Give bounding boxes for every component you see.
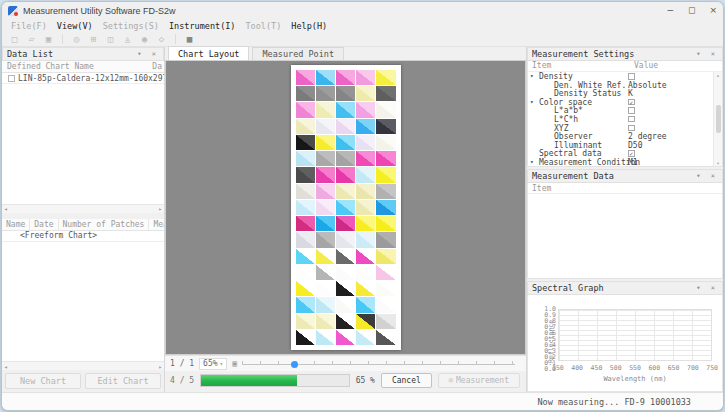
menu-help[interactable]: Help(H) [286,21,332,31]
slider-thumb[interactable] [291,361,298,368]
settings-row[interactable]: XYZ [528,124,713,133]
settings-checkbox[interactable]: ✓ [628,99,635,106]
measurement-view-icon[interactable]: ▦ [183,33,196,45]
color-patch [356,265,375,280]
chevron-down-icon[interactable]: ▾ [530,158,534,165]
chart-list-column-header: Name Date Number of Patches Mea [2,219,164,231]
slider-track [242,364,515,365]
tab-chart-layout[interactable]: Chart Layout [168,46,249,60]
minimize-icon[interactable]: − [666,5,674,16]
scroll-right-icon[interactable]: ▸ [158,363,162,370]
color-patch [316,102,335,117]
column-value: Value [634,61,722,71]
settings-icon[interactable]: ⊞ [87,33,100,45]
menu-instrument[interactable]: Instrument(I) [164,21,241,31]
settings-row[interactable]: Observer2 degree [528,132,713,141]
menu-tool[interactable]: Tool(T) [240,21,286,31]
freeform-chart-label: <Freeform Chart> [2,231,97,240]
open-icon[interactable]: ▱ [25,33,38,45]
zoom-dropdown[interactable]: 65% ▾ [199,358,227,370]
settings-row[interactable]: Spectral data✓ [528,149,713,158]
export-icon[interactable]: ◎ [70,33,83,45]
chart-view-tabs: Chart Layout Measured Point [165,47,526,61]
lamp-icon[interactable]: ◉ [138,33,151,45]
color-patch [336,135,355,150]
settings-row[interactable]: IlluminantD50 [528,141,713,150]
settings-checkbox[interactable] [628,116,635,123]
link-icon[interactable]: ◇ [155,33,168,45]
spectral-graph: Reflectance 1.00.90.80.70.60.50.40.30.20… [528,295,722,391]
scroll-left-icon[interactable]: ◂ [4,363,8,370]
color-patch [376,297,395,312]
instrument-icon[interactable]: ◫ [104,33,117,45]
data-list-hscrollbar[interactable]: ◂ ▸ [2,204,164,213]
scroll-down-icon[interactable]: ▾ [716,160,719,166]
settings-row[interactable]: ▾Density [528,72,713,81]
settings-row[interactable]: L*C*h [528,115,713,124]
menu-settings[interactable]: Settings(S) [98,21,164,31]
color-patch [316,314,335,329]
settings-row[interactable]: ▾Measurement ConditionM1 [528,158,713,166]
column-defined-chart-name[interactable]: Defined Chart Name [2,62,94,71]
color-patch [316,151,335,166]
scroll-thumb[interactable] [716,105,721,133]
measurement-icon: ◎ [449,376,453,384]
chevron-down-icon[interactable]: ▾ [530,98,534,105]
measurement-button[interactable]: ◎ Measurement [438,373,520,388]
color-patch [316,265,335,280]
cancel-button[interactable]: Cancel [381,373,432,388]
edit-chart-button[interactable]: Edit Chart [85,373,161,389]
scroll-right-icon[interactable]: ▸ [158,205,162,212]
save-icon[interactable]: ▣ [42,33,55,45]
settings-row[interactable]: Den. White Ref.Absolute [528,81,713,90]
data-list-row[interactable]: LIN-85p-Caldera-12x12mm-160x297mm-FD-9 2… [2,73,164,84]
panel-menu-icons[interactable]: ▾ × [696,284,718,292]
menu-view[interactable]: View(V) [52,21,98,31]
column-date[interactable]: Date [30,219,58,230]
close-icon[interactable]: × [709,5,717,16]
color-patch [376,281,395,296]
panel-menu-icons[interactable]: ▾ × [137,50,159,58]
settings-checkbox[interactable] [628,107,635,114]
column-date[interactable]: Da [152,62,164,71]
settings-checkbox[interactable] [628,125,635,132]
x-tick-label: 550 [629,364,641,372]
menu-file[interactable]: File(F) [6,21,52,31]
tab-measured-point[interactable]: Measured Point [252,47,344,60]
fit-page-icon[interactable]: ▣ [232,359,237,368]
new-chart-icon[interactable]: □ [8,33,21,45]
zoom-slider[interactable] [242,359,515,369]
x-tick-label: 500 [610,364,622,372]
column-number-of-patches[interactable]: Number of Patches [59,219,150,230]
settings-checkbox[interactable] [628,73,635,80]
color-patch [376,135,395,150]
color-patch [356,281,375,296]
color-patch [376,249,395,264]
color-patch [316,297,335,312]
column-mea[interactable]: Mea [149,219,164,230]
panel-menu-icons[interactable]: ▾ × [696,50,718,58]
progress-bar-fill [201,375,297,386]
chevron-down-icon[interactable]: ▾ [530,72,534,79]
maximize-icon[interactable]: ◻ [688,5,695,16]
progress-bar [200,374,350,387]
calibration-icon[interactable]: ◬ [121,33,134,45]
panel-menu-icons[interactable]: ▾ × [696,172,718,180]
scroll-left-icon[interactable]: ◂ [4,205,8,212]
column-name[interactable]: Name [2,219,30,230]
data-list-body [2,84,164,204]
row-checkbox[interactable] [8,75,15,82]
settings-checkbox[interactable]: ✓ [628,150,635,157]
new-chart-button[interactable]: New Chart [5,373,81,389]
chart-list-row[interactable]: <Freeform Chart> [2,231,164,242]
settings-row[interactable]: ▾Color space✓ [528,98,713,107]
color-patch [376,151,395,166]
scroll-up-icon[interactable]: ▴ [716,72,719,78]
chart-list-hscrollbar[interactable]: ◂ ▸ [2,361,164,370]
settings-row[interactable]: L*a*b* [528,106,713,115]
color-patch [356,86,375,101]
settings-vscrollbar[interactable]: ▴ ▾ [713,72,722,166]
color-patch [296,330,315,345]
settings-row[interactable]: Density StatusK [528,89,713,98]
x-tick-label: 750 [706,364,718,372]
